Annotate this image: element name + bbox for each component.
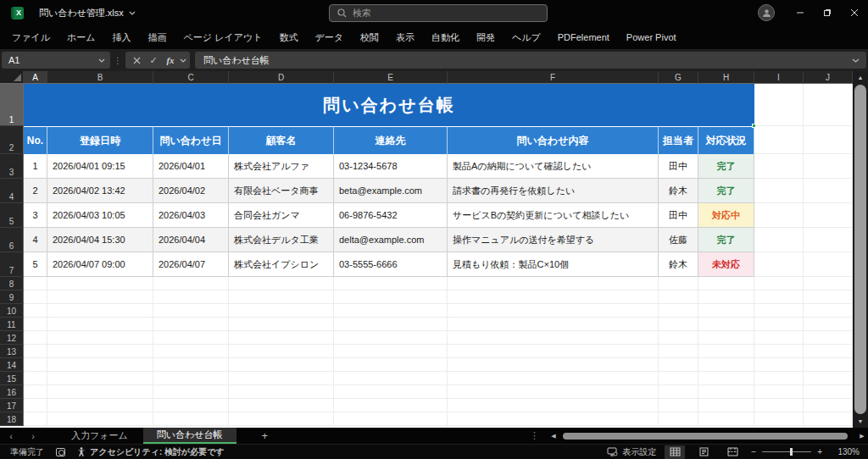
ribbon-tab-help[interactable]: ヘルプ xyxy=(504,25,549,49)
row-header-17[interactable]: 17 xyxy=(0,399,24,412)
empty-cell[interactable] xyxy=(804,126,853,154)
column-header-d[interactable]: D xyxy=(229,71,334,84)
column-header-f[interactable]: F xyxy=(448,71,659,84)
row-header-16[interactable]: 16 xyxy=(0,385,24,399)
row-header-8[interactable]: 8 xyxy=(0,277,24,290)
cell-no[interactable]: 5 xyxy=(24,252,47,277)
header-registered[interactable]: 登録日時 xyxy=(47,126,153,154)
cell-customer[interactable]: 合同会社ガンマ xyxy=(229,203,334,228)
vertical-scrollbar-thumb[interactable] xyxy=(854,85,866,414)
header-customer[interactable]: 顧客名 xyxy=(229,126,334,154)
cell-inquiry-date[interactable]: 2026/04/04 xyxy=(153,228,229,252)
cell-contact[interactable]: 03-1234-5678 xyxy=(334,154,448,179)
row-header-3[interactable]: 3 xyxy=(0,154,24,179)
empty-cells[interactable] xyxy=(24,277,853,290)
horizontal-scrollbar[interactable] xyxy=(561,432,854,440)
empty-cell[interactable] xyxy=(804,203,853,228)
cell-assignee[interactable]: 佐藤 xyxy=(659,228,698,252)
horizontal-scrollbar-thumb[interactable] xyxy=(563,433,848,440)
cell-status[interactable]: 完了 xyxy=(698,228,754,252)
scroll-right-icon[interactable]: ▶ xyxy=(856,433,868,440)
zoom-slider-thumb[interactable] xyxy=(790,448,793,456)
row-header-13[interactable]: 13 xyxy=(0,345,24,358)
cell-inquiry-date[interactable]: 2026/04/02 xyxy=(153,179,229,203)
excel-app-icon[interactable]: X xyxy=(11,7,24,19)
empty-cells[interactable] xyxy=(24,399,853,412)
cell-status[interactable]: 対応中 xyxy=(698,203,754,228)
scroll-left-icon[interactable]: ◀ xyxy=(548,433,559,440)
display-settings-button[interactable]: 表示設定 xyxy=(607,446,656,458)
cell-no[interactable]: 4 xyxy=(24,228,47,252)
cell-no[interactable]: 1 xyxy=(24,154,47,179)
empty-cells[interactable] xyxy=(24,385,853,399)
column-header-c[interactable]: C xyxy=(153,71,229,84)
cell-registered[interactable]: 2026/04/03 10:05 xyxy=(47,203,153,228)
header-status[interactable]: 対応状況 xyxy=(698,126,754,154)
insert-function-button[interactable]: fx xyxy=(163,53,178,68)
zoom-in-button[interactable]: + xyxy=(817,447,822,456)
more-options-icon[interactable]: ⋮ xyxy=(530,430,539,441)
close-button[interactable] xyxy=(841,0,868,25)
empty-cell[interactable] xyxy=(754,179,804,203)
cell-assignee[interactable]: 鈴木 xyxy=(659,179,698,203)
macro-record-icon[interactable] xyxy=(56,448,65,456)
ribbon-tab-developer[interactable]: 開発 xyxy=(468,25,504,49)
row-header-18[interactable]: 18 xyxy=(0,412,24,426)
row-header-10[interactable]: 10 xyxy=(0,304,24,318)
cell-no[interactable]: 2 xyxy=(24,179,47,203)
ribbon-tab-pdfelement[interactable]: PDFelement xyxy=(549,25,618,49)
scroll-down-icon[interactable]: ▼ xyxy=(853,415,868,428)
ribbon-tab-automate[interactable]: 自動化 xyxy=(423,25,468,49)
search-box[interactable]: 検索 xyxy=(329,4,548,22)
cell-registered[interactable]: 2026/04/04 15:30 xyxy=(47,228,153,252)
cell-assignee[interactable]: 田中 xyxy=(659,203,698,228)
select-all-corner[interactable] xyxy=(0,71,24,84)
row-header-9[interactable]: 9 xyxy=(0,290,24,304)
empty-cell[interactable] xyxy=(754,126,804,154)
zoom-slider[interactable] xyxy=(762,451,811,452)
cell-content[interactable]: 操作マニュアルの送付を希望する xyxy=(448,228,659,252)
page-break-view-button[interactable] xyxy=(722,445,743,459)
empty-cell[interactable] xyxy=(754,252,804,277)
cell-content[interactable]: 製品Aの納期について確認したい xyxy=(448,154,659,179)
empty-cells[interactable] xyxy=(24,345,853,358)
table-title-cell[interactable]: 問い合わせ台帳 xyxy=(24,84,754,126)
ribbon-tab-review[interactable]: 校閲 xyxy=(352,25,387,49)
row-header-11[interactable]: 11 xyxy=(0,318,24,331)
empty-cells[interactable] xyxy=(24,290,853,304)
cell-content[interactable]: 見積もり依頼：製品C×10個 xyxy=(448,252,659,277)
add-sheet-button[interactable]: + xyxy=(262,429,269,442)
empty-cells[interactable] xyxy=(24,318,853,331)
empty-cells[interactable] xyxy=(24,358,853,372)
empty-cell[interactable] xyxy=(754,228,804,252)
ribbon-tab-file[interactable]: ファイル xyxy=(3,25,58,49)
cancel-entry-icon[interactable] xyxy=(129,53,144,68)
empty-cell[interactable] xyxy=(804,252,853,277)
cell-inquiry-date[interactable]: 2026/04/07 xyxy=(153,252,229,277)
ribbon-tab-view[interactable]: 表示 xyxy=(387,25,423,49)
ribbon-tab-page-layout[interactable]: ページ レイアウト xyxy=(175,25,271,49)
ribbon-tab-draw[interactable]: 描画 xyxy=(140,25,175,49)
expand-formula-bar-icon[interactable] xyxy=(852,58,860,63)
row-header-7[interactable]: 7 xyxy=(0,252,24,277)
cell-content[interactable]: 請求書の再発行を依頼したい xyxy=(448,179,659,203)
column-header-h[interactable]: H xyxy=(698,71,754,84)
empty-cell[interactable] xyxy=(804,179,853,203)
next-sheet-icon[interactable]: › xyxy=(22,431,44,441)
ribbon-tab-power-pivot[interactable]: Power Pivot xyxy=(618,25,685,49)
name-box[interactable]: A1 xyxy=(2,52,110,69)
cell-contact[interactable]: delta@example.com xyxy=(334,228,448,252)
zoom-out-button[interactable]: − xyxy=(751,447,756,456)
cell-registered[interactable]: 2026/04/01 09:15 xyxy=(47,154,153,179)
header-contact[interactable]: 連絡先 xyxy=(334,126,448,154)
page-layout-view-button[interactable] xyxy=(693,445,714,459)
cell-status[interactable]: 未対応 xyxy=(698,252,754,277)
cell-contact[interactable]: beta@example.com xyxy=(334,179,448,203)
cell-contact[interactable]: 06-9876-5432 xyxy=(334,203,448,228)
cell-customer[interactable]: 株式会社イプシロン xyxy=(229,252,334,277)
row-header-14[interactable]: 14 xyxy=(0,358,24,372)
cell-assignee[interactable]: 鈴木 xyxy=(659,252,698,277)
header-assignee[interactable]: 担当者 xyxy=(659,126,698,154)
header-no[interactable]: No. xyxy=(24,126,47,154)
cell-inquiry-date[interactable]: 2026/04/03 xyxy=(153,203,229,228)
